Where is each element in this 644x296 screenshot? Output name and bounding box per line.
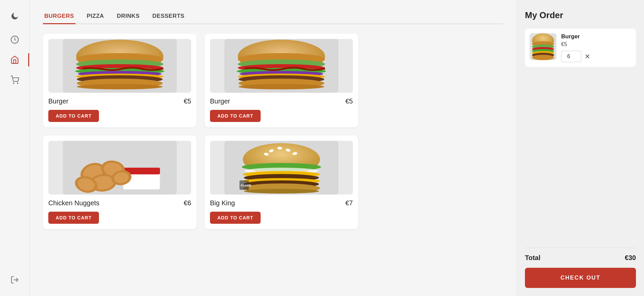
tab-drinks[interactable]: DRINKS [115,10,141,24]
product-card-nuggets: Chicken Nuggets €6 ADD TO CART [43,135,197,229]
svg-point-65 [532,55,554,60]
product-card-burger-2: Burger €5 ADD TO CART [205,34,358,127]
home-icon[interactable] [0,50,29,70]
product-price-bigking: €7 [345,199,353,207]
remove-item-button[interactable]: ✕ [585,53,590,60]
product-price-burger-1: €5 [184,97,191,105]
svg-text:FLAME: FLAME [241,184,251,187]
svg-point-25 [238,84,324,89]
add-to-cart-nuggets[interactable]: ADD TO CART [48,212,99,224]
add-to-cart-bigking[interactable]: ADD TO CART [210,212,261,224]
product-price-nuggets: €6 [184,199,191,207]
product-card-burger-1: Burger €5 ADD TO CART [43,34,197,127]
product-name-burger-1: Burger [48,97,68,105]
order-item: Burger €5 ✕ [525,29,636,67]
svg-point-54 [244,189,319,194]
order-item-qty: ✕ [561,51,631,62]
product-price-burger-2: €5 [345,97,353,105]
order-spacer [525,72,636,245]
product-name-bigking: Big King [210,199,235,207]
product-info-burger-1: Burger €5 [48,97,191,105]
checkout-button[interactable]: CHECK OUT [525,268,636,288]
total-value: €30 [625,254,636,262]
category-tabs: BURGERS PIZZA DRINKS DESSERTS [43,10,503,24]
product-image-bigking: FLAME [210,141,353,195]
sidebar [0,0,30,296]
order-panel: My Order Bu [517,0,644,296]
product-image-burger-2 [210,39,353,93]
order-item-price: €5 [561,41,631,47]
product-name-nuggets: Chicken Nuggets [48,199,99,207]
product-image-burger-1 [48,39,191,93]
tab-burgers[interactable]: BURGERS [43,10,75,24]
product-info-bigking: Big King €7 [210,199,353,207]
product-grid: Burger €5 ADD TO CART [43,34,358,229]
product-name-burger-2: Burger [210,97,230,105]
moon-icon[interactable] [0,6,29,26]
order-item-image [530,33,556,60]
product-info-nuggets: Chicken Nuggets €6 [48,199,191,207]
logout-icon[interactable] [0,270,29,290]
product-card-bigking: FLAME Big King €7 ADD TO CART [205,135,358,229]
order-total-row: Total €30 [525,248,636,268]
svg-point-2 [17,83,18,84]
product-info-burger-2: Burger €5 [210,97,353,105]
order-title: My Order [525,10,636,20]
cart-icon[interactable] [0,70,29,90]
add-to-cart-burger-1[interactable]: ADD TO CART [48,110,99,122]
order-item-details: Burger €5 ✕ [561,33,631,62]
total-label: Total [525,254,540,262]
svg-point-1 [13,83,14,84]
product-image-nuggets [48,141,191,195]
order-item-name: Burger [561,33,631,40]
add-to-cart-burger-2[interactable]: ADD TO CART [210,110,261,122]
quantity-input[interactable] [561,51,581,62]
main-content: BURGERS PIZZA DRINKS DESSERTS [30,0,517,296]
svg-point-14 [77,84,163,89]
tab-desserts[interactable]: DESSERTS [151,10,186,24]
history-icon[interactable] [0,30,29,50]
tab-pizza[interactable]: PIZZA [86,10,106,24]
